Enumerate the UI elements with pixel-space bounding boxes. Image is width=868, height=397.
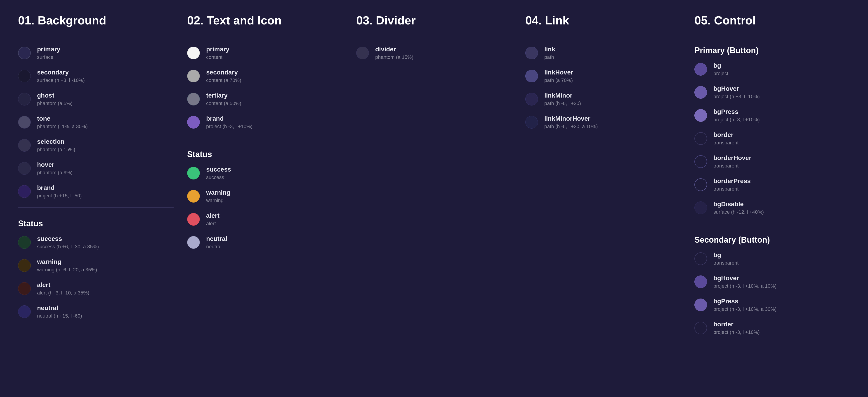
color-swatch-link [525,47,538,59]
color-info-hover: hoverphantom (a 9%) [37,161,72,176]
color-desc-ctrl-bg-hover: project (h +3, l -10%) [713,94,760,100]
color-desc-ctrl-disable: surface (h -12, l +40%) [713,209,764,215]
color-item-neutral-text: neutralneutral [187,235,343,250]
color-swatch-primary-text [187,47,200,59]
color-item-ctrl-border-press: borderPresstransparent [694,177,850,192]
color-info-ctrl-border-press: borderPresstransparent [713,177,751,192]
color-desc-ctrl-border-press: transparent [713,186,751,192]
color-desc-tone: phantom (l 1%, a 30%) [37,123,88,130]
color-desc-alert-text: alert [206,221,219,227]
color-desc-brand-text: project (h -3, l +10%) [206,123,252,130]
color-info-alert-bg: alertalert (h -3, l -10, a 35%) [37,281,89,296]
control-primary-items: bgprojectbgHoverproject (h +3, l -10%)bg… [694,62,850,215]
color-swatch-secondary-text [187,70,200,82]
color-item-hover: hoverphantom (a 9%) [18,161,174,176]
color-swatch-hover [18,162,31,175]
color-item-sec-bg-press: bgPressproject (h -3, l +10%, a 30%) [694,297,850,312]
color-info-ghost: ghostphantom (a 5%) [37,92,72,106]
color-item-ctrl-bg: bgproject [694,62,850,77]
color-desc-sec-bg-press: project (h -3, l +10%, a 30%) [713,306,776,312]
color-item-sec-border: borderproject (h -3, l +10%) [694,321,850,335]
color-name-brand-text: brand [206,115,252,122]
color-swatch-neutral-bg [18,305,31,318]
color-desc-secondary-surface: surface (h +3, l -10%) [37,77,85,83]
color-desc-sec-bg-hover: project (h -3, l +10%, a 10%) [713,283,776,289]
color-info-warning-text: warningwarning [206,189,230,203]
color-info-warning-bg: warningwarning (h -6, l -20, a 35%) [37,258,97,273]
color-name-divider-main: divider [375,46,413,53]
color-swatch-secondary-surface [18,70,31,82]
color-info-sec-bg-press: bgPressproject (h -3, l +10%, a 30%) [713,297,776,312]
color-info-ctrl-border: bordertransparent [713,131,739,146]
color-name-success-bg: success [37,235,99,243]
color-desc-success-bg: success (h +6, l -30, a 35%) [37,244,99,250]
color-item-ctrl-bg-press: bgPressproject (h -3, l +10%) [694,108,850,123]
color-desc-sec-bg: transparent [713,260,739,266]
color-name-link: link [544,46,555,53]
color-desc-sec-border: project (h -3, l +10%) [713,329,760,335]
color-swatch-ctrl-border [694,132,707,145]
color-item-tertiary-text: tertiarycontent (a 50%) [187,92,343,106]
color-swatch-neutral-text [187,236,200,249]
color-name-sec-bg-press: bgPress [713,297,776,305]
color-item-ctrl-disable: bgDisablesurface (h -12, l +40%) [694,201,850,215]
color-info-secondary-text: secondarycontent (a 70%) [206,69,241,83]
link-title: 04. Link [525,13,681,32]
control-primary-title: Primary (Button) [694,46,850,55]
color-swatch-alert-bg [18,282,31,295]
color-name-link-minor: linkMinor [544,92,581,99]
color-item-selection: selectionphantom (a 15%) [18,138,174,152]
color-info-tone: tonephantom (l 1%, a 30%) [37,115,88,130]
color-name-warning-bg: warning [37,258,97,265]
color-item-secondary-surface: secondarysurface (h +3, l -10%) [18,69,174,83]
color-name-ctrl-border-hover: borderHover [713,154,751,162]
color-info-ctrl-bg-press: bgPressproject (h -3, l +10%) [713,108,760,123]
color-desc-link-hover: path (a 70%) [544,77,573,83]
color-swatch-success-bg [18,236,31,249]
color-swatch-brand-bg [18,185,31,198]
color-item-sec-bg: bgtransparent [694,252,850,266]
color-info-divider-main: dividerphantom (a 15%) [375,46,413,60]
color-info-neutral-bg: neutralneutral (h +15, l -60) [37,305,82,319]
color-name-link-hover: linkHover [544,69,573,76]
color-name-neutral-text: neutral [206,235,227,243]
color-desc-hover: phantom (a 9%) [37,170,72,176]
color-swatch-divider-main [356,47,369,59]
color-item-brand-bg: brandproject (h +15, l -50) [18,184,174,199]
color-desc-ctrl-bg-press: project (h -3, l +10%) [713,117,760,123]
color-info-primary-surface: primarysurface [37,46,60,60]
color-swatch-alert-text [187,213,200,226]
color-info-link-minor: linkMinorpath (h -6, l +20) [544,92,581,106]
color-name-link-minor-hover: linkMinorHover [544,115,598,122]
color-desc-neutral-text: neutral [206,244,227,250]
color-desc-selection: phantom (a 15%) [37,147,75,152]
color-info-primary-text: primarycontent [206,46,229,60]
color-item-tone: tonephantom (l 1%, a 30%) [18,115,174,130]
color-swatch-success-text [187,167,200,179]
color-info-sec-bg-hover: bgHoverproject (h -3, l +10%, a 10%) [713,275,776,289]
color-info-brand-bg: brandproject (h +15, l -50) [37,184,82,199]
color-info-tertiary-text: tertiarycontent (a 50%) [206,92,241,106]
link-column: 04. Link linkpathlinkHoverpath (a 70%)li… [525,13,694,344]
color-info-ctrl-disable: bgDisablesurface (h -12, l +40%) [713,201,764,215]
color-swatch-warning-bg [18,259,31,272]
color-name-sec-border: border [713,321,760,328]
color-name-ctrl-border-press: borderPress [713,177,751,185]
color-item-brand-text: brandproject (h -3, l +10%) [187,115,343,130]
color-item-sec-bg-hover: bgHoverproject (h -3, l +10%, a 10%) [694,275,850,289]
color-name-ctrl-disable: bgDisable [713,201,764,208]
color-swatch-ctrl-bg [694,63,707,76]
color-name-ctrl-bg-press: bgPress [713,108,760,115]
color-swatch-ctrl-bg-press [694,109,707,122]
color-desc-warning-text: warning [206,198,230,203]
color-name-ghost: ghost [37,92,72,99]
color-item-alert-bg: alertalert (h -3, l -10, a 35%) [18,281,174,296]
text-icon-divider [187,138,343,138]
color-swatch-sec-bg-press [694,299,707,311]
color-desc-ctrl-border: transparent [713,140,739,146]
color-info-link: linkpath [544,46,555,60]
control-title: 05. Control [694,13,850,32]
color-desc-ctrl-border-hover: transparent [713,163,751,169]
color-name-selection: selection [37,138,75,145]
color-name-primary-surface: primary [37,46,60,53]
